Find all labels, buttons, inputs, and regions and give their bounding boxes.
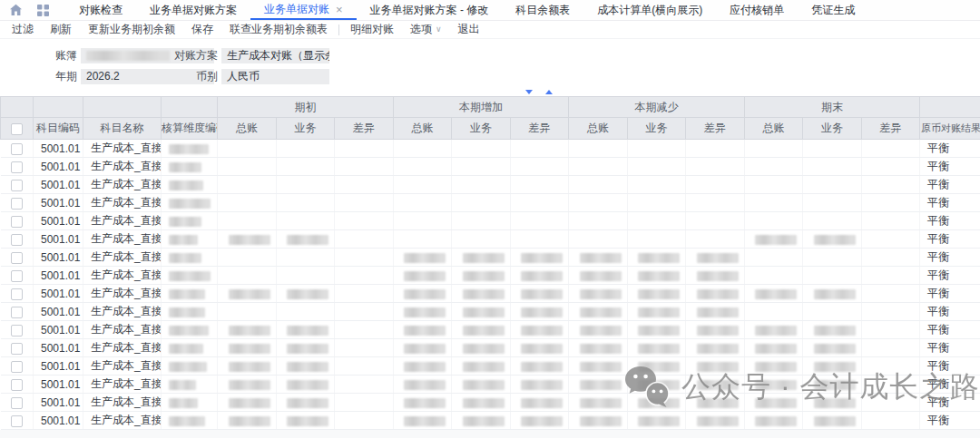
masked-value: [638, 271, 680, 281]
cell-amount-a_diff: [511, 285, 569, 303]
table-row[interactable]: 5001.01生产成本_直接材料平衡: [1, 158, 980, 176]
cell-dimension-code: [162, 158, 218, 176]
close-icon[interactable]: ×: [336, 4, 343, 15]
row-checkbox[interactable]: [11, 288, 23, 300]
cell-amount-p_biz: [277, 412, 335, 430]
cell-amount-a_biz: [452, 394, 511, 412]
column-header-本期减少-差异: 差异: [686, 118, 745, 140]
masked-value: [755, 235, 797, 245]
table-row[interactable]: 5001.01生产成本_直接材料平衡: [1, 394, 980, 412]
tab-5[interactable]: 科目余额表: [502, 0, 583, 20]
cell-amount-d_biz: [628, 285, 686, 303]
cell-amount-d_gl: [569, 158, 628, 176]
toolbar-button-3[interactable]: 更新业务期初余额: [80, 22, 183, 37]
cell-subject-code: 5001.01: [34, 194, 83, 212]
cell-amount-a_gl: [394, 176, 452, 194]
collapse-down-icon[interactable]: [525, 90, 533, 94]
tab-label: 业务单据对账方案: [150, 3, 237, 18]
toolbar: 过滤刷新更新业务期初余额保存联查业务期初余额表明细对账选项∨退出: [0, 21, 980, 39]
row-checkbox[interactable]: [11, 216, 23, 228]
tab-7[interactable]: 应付核销单: [716, 0, 798, 20]
tab-4[interactable]: 业务单据对账方案 - 修改: [357, 0, 503, 20]
cell-amount-a_biz: [452, 357, 511, 376]
scheme-field[interactable]: 生产成本对账（显示余额）: [221, 48, 329, 63]
toolbar-button-2[interactable]: 刷新: [42, 22, 80, 37]
app-grid-icon[interactable]: [37, 5, 49, 16]
select-all-checkbox[interactable]: [11, 123, 23, 135]
masked-value: [404, 307, 446, 317]
row-checkbox[interactable]: [11, 143, 23, 155]
cell-recon-result: 平衡: [920, 412, 980, 430]
tab-8[interactable]: 凭证生成: [798, 0, 868, 20]
table-row[interactable]: 5001.01生产成本_直接材料平衡: [1, 339, 980, 357]
toolbar-button-label: 保存: [191, 22, 213, 37]
table-row[interactable]: 5001.01生产成本_直接材料平衡: [1, 230, 980, 249]
toolbar-button-4[interactable]: 保存: [183, 22, 221, 37]
tab-3[interactable]: 业务单据对账×: [250, 0, 357, 20]
row-checkbox[interactable]: [11, 161, 23, 173]
masked-value: [169, 362, 207, 372]
table-row[interactable]: 5001.01生产成本_直接材料平衡: [1, 212, 980, 230]
row-checkbox[interactable]: [11, 234, 23, 246]
table-row[interactable]: 5001.01生产成本_直接材料平衡: [1, 376, 980, 394]
masked-value: [463, 326, 505, 336]
tab-1[interactable]: 对账检查: [65, 0, 136, 20]
table-row[interactable]: 5001.01生产成本_直接材料平衡: [1, 249, 980, 267]
toolbar-button-5[interactable]: 联查业务期初余额表: [221, 22, 336, 37]
row-checkbox[interactable]: [11, 397, 23, 409]
cell-amount-p_gl: [218, 339, 277, 357]
reconciliation-table[interactable]: 期初本期增加本期减少期末科目编码科目名称核算维度编码总账业务差异总账业务差异总账…: [0, 96, 980, 430]
currency-field[interactable]: 人民币: [221, 69, 329, 84]
table-row[interactable]: 5001.01生产成本_直接材料平衡: [1, 267, 980, 285]
chevron-down-icon[interactable]: ∨: [436, 24, 442, 34]
cell-subject-name: 生产成本_直接材料: [83, 285, 162, 303]
row-checkbox[interactable]: [11, 252, 23, 264]
cell-amount-d_diff: [686, 176, 745, 194]
cell-amount-p_gl: [218, 394, 277, 412]
row-checkbox[interactable]: [11, 198, 23, 210]
column-header-2: 科目名称: [83, 118, 162, 140]
cell-subject-name: 生产成本_直接材料: [83, 394, 162, 412]
table-row[interactable]: 5001.01生产成本_直接材料平衡: [1, 321, 980, 339]
table-row[interactable]: 5001.01生产成本_直接材料平衡: [1, 357, 980, 376]
toolbar-button-label: 明细对账: [350, 22, 394, 37]
toolbar-button-1[interactable]: 过滤: [4, 22, 42, 37]
table-row[interactable]: 5001.01生产成本_直接材料平衡: [1, 303, 980, 321]
cell-amount-e_biz: [803, 321, 862, 339]
cell-amount-e_biz: [803, 176, 862, 194]
row-checkbox[interactable]: [11, 361, 23, 373]
cell-subject-name: 生产成本_直接材料: [83, 267, 162, 285]
table-row[interactable]: 5001.01生产成本_直接材料平衡: [1, 140, 980, 158]
row-checkbox[interactable]: [11, 180, 23, 191]
cell-dimension-code: [162, 339, 218, 357]
masked-value: [814, 380, 856, 390]
cell-subject-code: 5001.01: [34, 249, 83, 267]
table-row[interactable]: 5001.01生产成本_直接材料平衡: [1, 412, 980, 430]
cell-amount-d_gl: [569, 176, 628, 194]
row-checkbox[interactable]: [11, 379, 23, 391]
row-checkbox[interactable]: [11, 415, 23, 427]
table-row[interactable]: 5001.01生产成本_直接材料平衡: [1, 285, 980, 303]
cell-recon-result: 平衡: [920, 285, 980, 303]
cell-amount-e_gl: [745, 194, 803, 212]
cell-amount-p_gl: [218, 212, 277, 230]
row-checkbox[interactable]: [11, 325, 23, 337]
masked-value: [521, 271, 563, 281]
tab-2[interactable]: 业务单据对账方案: [136, 0, 250, 20]
toolbar-button-8[interactable]: 选项∨: [402, 22, 450, 37]
row-checkbox[interactable]: [11, 343, 23, 355]
collapse-up-icon[interactable]: [545, 90, 553, 94]
toolbar-button-7[interactable]: 明细对账: [342, 22, 402, 37]
table-row[interactable]: 5001.01生产成本_直接材料平衡: [1, 194, 980, 212]
masked-value: [638, 253, 680, 263]
toolbar-button-9[interactable]: 退出: [450, 22, 488, 37]
column-header-本期增加-差异: 差异: [511, 118, 569, 140]
masked-value: [638, 307, 680, 317]
tab-label: 成本计算单(横向展示): [597, 3, 702, 18]
home-icon[interactable]: [9, 4, 23, 16]
row-checkbox[interactable]: [11, 270, 23, 282]
cell-recon-result: 平衡: [920, 303, 980, 321]
table-row[interactable]: 5001.01生产成本_直接材料平衡: [1, 176, 980, 194]
row-checkbox[interactable]: [11, 307, 23, 318]
tab-6[interactable]: 成本计算单(横向展示): [583, 0, 716, 20]
